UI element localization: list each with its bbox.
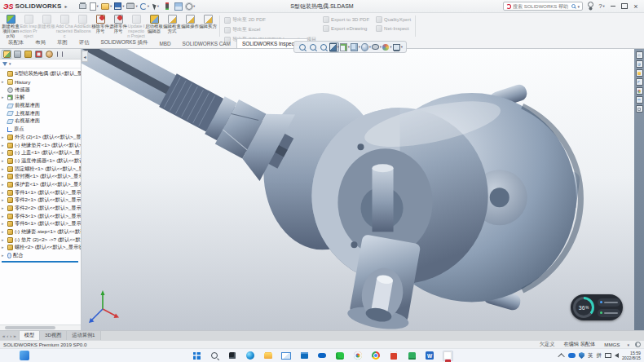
wechat-icon[interactable] [335, 351, 346, 361]
wps-icon[interactable] [425, 351, 435, 361]
cast-icon[interactable] [605, 353, 611, 358]
expand-arrow-icon[interactable] [2, 80, 6, 84]
display-style-icon[interactable] [361, 42, 371, 52]
web-help-icon[interactable] [635, 342, 641, 347]
feature-tree-item[interactable]: 零件2<2> (默认<<默认>_显示状 [0, 205, 81, 213]
expand-arrow-icon[interactable] [2, 135, 6, 139]
search-box[interactable]: ▾ [503, 2, 583, 11]
expand-arrow-icon[interactable] [2, 198, 6, 202]
resources-icon[interactable] [636, 51, 643, 59]
feature-tree-item[interactable]: 前视基准面 [0, 102, 81, 110]
panel-overflow-icon[interactable] [55, 50, 64, 59]
edge-icon[interactable] [245, 351, 256, 361]
print-icon[interactable] [126, 1, 138, 11]
recorder-button-top[interactable] [598, 298, 620, 307]
appearances-icon[interactable] [636, 87, 643, 95]
screen-recorder-widget[interactable]: 36% [571, 294, 623, 320]
file-explorer-icon[interactable] [636, 69, 643, 77]
speaker-icon[interactable] [615, 353, 619, 358]
feature-tree-item[interactable]: (-) 上盖<1> (默认<<默认>_显示状 [0, 149, 81, 157]
zoom-area-icon[interactable] [308, 42, 318, 52]
expand-arrow-icon[interactable] [2, 254, 6, 258]
defender-icon[interactable] [579, 352, 584, 359]
chrome-icon[interactable] [371, 351, 382, 361]
scrollbar-thumb[interactable] [5, 326, 55, 329]
graphics-viewport[interactable]: 36% [82, 49, 634, 330]
expand-arrow-icon[interactable] [2, 183, 6, 187]
view-settings-icon[interactable] [393, 42, 403, 52]
notes-icon[interactable] [407, 351, 417, 361]
solidworks-icon[interactable] [443, 351, 453, 361]
solidworks-logo[interactable]: ЭS SOLIDWORKS ▸ [3, 2, 68, 11]
tab-first-icon[interactable]: « [2, 333, 5, 338]
feature-tree-item[interactable]: 零件5<1> (默认<<默认>_显示状 [0, 220, 81, 228]
displaymanager-icon[interactable] [44, 50, 54, 59]
feature-tree-item[interactable]: (-) 温度传感器<1> (默认<<默认>_ [0, 157, 81, 166]
export-button[interactable]: Net-Inspect [376, 25, 411, 32]
panel-collapse-button[interactable] [82, 51, 88, 62]
feature-tree-item[interactable]: 零件3<1> (默认<<默认>_显示状 [0, 212, 81, 220]
dimxpertmanager-icon[interactable] [33, 50, 43, 59]
filter-caret-icon[interactable]: ▾ [9, 61, 11, 66]
display-settings-icon[interactable] [174, 1, 184, 11]
tab-next-icon[interactable]: › [10, 333, 11, 338]
ribbon-button[interactable]: 编辑检查方式 [163, 14, 181, 38]
logo-flyout-arrow-icon[interactable]: ▸ [65, 3, 68, 9]
view-orientation-icon[interactable] [351, 42, 360, 52]
document-tab[interactable]: 运动算例1 [67, 331, 100, 340]
command-tab[interactable]: MBD [153, 38, 176, 48]
ribbon-button[interactable]: 编辑实方 [199, 14, 217, 38]
feature-tree-item[interactable]: 零件1<1> (默认<<默认>_显示状 [0, 188, 81, 196]
feature-tree-item[interactable]: 注解 [0, 94, 81, 102]
close-icon[interactable] [631, 2, 641, 11]
language-indicator[interactable]: 英 [588, 352, 593, 360]
new-document-icon[interactable] [89, 1, 99, 11]
export-button[interactable]: 导出至 2D PDF [224, 16, 316, 24]
rebuild-icon[interactable] [162, 1, 173, 11]
feature-tree-item[interactable]: 固定螺栓<1> (默认<<默认>_显示 [0, 165, 81, 173]
tree-horizontal-scrollbar[interactable] [0, 324, 81, 330]
ribbon-button[interactable]: 移除零件序号 [91, 14, 109, 38]
snip-icon[interactable] [227, 351, 238, 361]
select-icon[interactable] [151, 1, 161, 11]
feature-tree-item[interactable]: 螺栓<2> (默认<<默认>_显示状态 [0, 244, 81, 252]
feature-tree-item[interactable]: 右视基准面 [0, 117, 81, 126]
view-palette-icon[interactable] [636, 78, 643, 86]
ribbon-button[interactable]: 新建检查项目(amp;N) [2, 14, 20, 38]
unit-system-selector[interactable]: MMGS [602, 342, 621, 347]
document-tab[interactable]: 3D视图 [40, 331, 67, 340]
onedrive-tray-icon[interactable] [568, 353, 576, 358]
widgets-icon[interactable] [20, 351, 29, 360]
ribbon-button[interactable]: 选择零件序号 [109, 14, 127, 38]
search-caret-icon[interactable]: ▾ [577, 4, 580, 9]
edit-appearance-icon[interactable] [382, 42, 392, 52]
ribbon-button[interactable]: Update Inspection Project [127, 14, 145, 38]
command-tab[interactable]: 评估 [73, 37, 95, 48]
expand-arrow-icon[interactable] [2, 191, 6, 195]
expand-arrow-icon[interactable] [2, 206, 6, 210]
recorder-button-bottom[interactable] [598, 309, 620, 317]
export-button[interactable]: 导出至 Excel [224, 26, 316, 33]
scenes-icon[interactable] [636, 96, 643, 104]
help-icon[interactable] [597, 2, 607, 11]
custom-properties-icon[interactable] [636, 105, 643, 113]
tree-rollback-bar[interactable] [2, 261, 78, 263]
expand-arrow-icon[interactable] [2, 159, 6, 163]
export-button[interactable]: Export eDrawing [323, 25, 369, 32]
command-tab[interactable]: SOLIDWORKS 插件 [95, 37, 154, 48]
onedrive-icon[interactable] [317, 351, 328, 361]
search-icon[interactable] [571, 4, 576, 8]
clock[interactable]: 15:59 2022/8/15 [622, 351, 641, 361]
feature-tree-item[interactable]: (-) 绝缘垫片<1> (默认<<默认>_显 [0, 141, 81, 149]
tray-overflow-icon[interactable] [558, 353, 564, 360]
featuremanager-tree-icon[interactable] [2, 50, 11, 59]
expand-arrow-icon[interactable] [2, 143, 6, 148]
feature-tree-item[interactable]: 原点 [0, 126, 81, 134]
expand-arrow-icon[interactable] [2, 245, 6, 249]
feature-tree-item[interactable]: 外壳 (2)<1> (默认<<默认>_显示状 [0, 134, 81, 142]
tb-search-icon[interactable] [210, 351, 220, 361]
design-library-icon[interactable] [636, 60, 643, 68]
export-button[interactable]: Export to 3D PDF [323, 16, 369, 23]
export-button[interactable]: QualityXpert [376, 16, 411, 23]
undo-icon[interactable] [139, 1, 150, 11]
